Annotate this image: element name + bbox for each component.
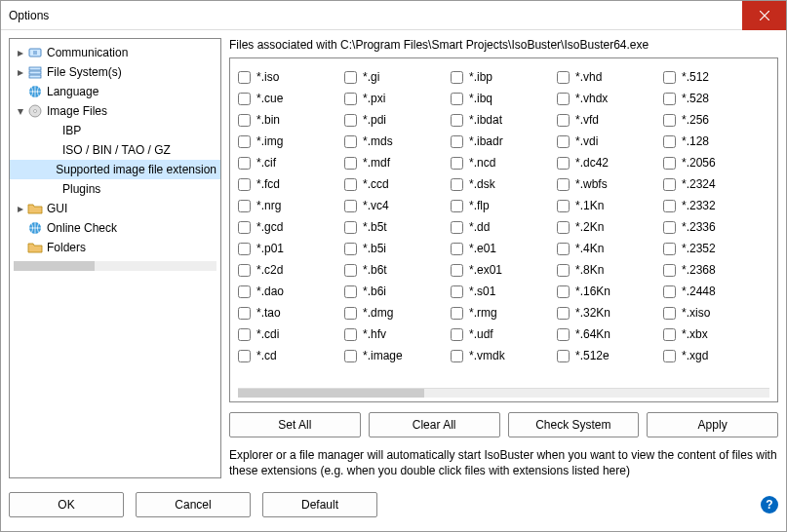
ext-item[interactable]: *.16Kn: [557, 281, 663, 302]
ext-checkbox[interactable]: [238, 285, 251, 298]
tree-item-online-check[interactable]: Online Check: [10, 218, 220, 238]
ext-checkbox[interactable]: [344, 243, 357, 255]
ext-item[interactable]: *.c2d: [238, 259, 344, 281]
ext-item[interactable]: *.vfd: [557, 109, 663, 131]
tree-item-folders[interactable]: Folders: [10, 238, 220, 257]
tree-toggle-icon[interactable]: ▸: [14, 202, 27, 215]
ext-checkbox[interactable]: [451, 328, 463, 341]
clear-all-button[interactable]: Clear All: [369, 412, 500, 437]
apply-button[interactable]: Apply: [647, 412, 778, 437]
ext-item[interactable]: *.vhd: [557, 66, 663, 88]
ext-checkbox[interactable]: [557, 285, 570, 298]
ext-checkbox[interactable]: [451, 71, 463, 84]
ext-checkbox[interactable]: [451, 178, 463, 191]
ext-checkbox[interactable]: [238, 114, 251, 127]
tree-item-file-system-s[interactable]: ▸File System(s): [10, 62, 220, 82]
ext-item[interactable]: *.dao: [238, 281, 344, 302]
tree-item-plugins[interactable]: Plugins: [10, 179, 220, 199]
ext-item[interactable]: *.b5i: [344, 238, 451, 259]
ext-item[interactable]: *.64Kn: [557, 323, 663, 345]
ext-checkbox[interactable]: [663, 350, 676, 362]
ext-checkbox[interactable]: [557, 221, 570, 234]
ext-checkbox[interactable]: [663, 200, 676, 212]
ext-checkbox[interactable]: [663, 221, 676, 234]
ext-checkbox[interactable]: [663, 264, 676, 277]
ext-checkbox[interactable]: [557, 243, 570, 255]
ext-item[interactable]: *.image: [344, 345, 451, 366]
ext-item[interactable]: *.ibq: [451, 88, 557, 109]
ext-checkbox[interactable]: [451, 200, 463, 212]
ext-item[interactable]: *.xiso: [663, 302, 769, 323]
cancel-button[interactable]: Cancel: [136, 492, 251, 517]
ext-item[interactable]: *.cue: [238, 88, 344, 109]
ext-checkbox[interactable]: [557, 178, 570, 191]
ext-checkbox[interactable]: [344, 307, 357, 320]
ext-item[interactable]: *.p01: [238, 238, 344, 259]
ext-item[interactable]: *.gi: [344, 66, 451, 88]
check-system-button[interactable]: Check System: [508, 412, 640, 437]
ext-item[interactable]: *.pxi: [344, 88, 451, 109]
ext-checkbox[interactable]: [451, 93, 463, 105]
ext-checkbox[interactable]: [344, 157, 357, 170]
tree-item-gui[interactable]: ▸GUI: [10, 199, 220, 218]
ext-checkbox[interactable]: [557, 350, 570, 362]
ext-checkbox[interactable]: [344, 114, 357, 127]
ext-item[interactable]: *.512e: [557, 345, 663, 366]
ext-checkbox[interactable]: [557, 135, 570, 148]
ext-item[interactable]: *.2324: [663, 173, 769, 195]
ext-checkbox[interactable]: [451, 243, 463, 255]
ext-checkbox[interactable]: [451, 114, 463, 127]
tree-toggle-icon[interactable]: ▸: [14, 65, 27, 79]
ext-item[interactable]: *.tao: [238, 302, 344, 323]
ext-checkbox[interactable]: [238, 243, 251, 255]
ext-checkbox[interactable]: [344, 285, 357, 298]
ext-item[interactable]: *.vdi: [557, 131, 663, 152]
tree-toggle-icon[interactable]: ▸: [14, 46, 27, 59]
ext-checkbox[interactable]: [663, 285, 676, 298]
ext-item[interactable]: *.b6t: [344, 259, 451, 281]
ext-item[interactable]: *.dsk: [451, 173, 557, 195]
ext-item[interactable]: *.ccd: [344, 173, 451, 195]
ext-checkbox[interactable]: [451, 221, 463, 234]
ext-item[interactable]: *.udf: [451, 323, 557, 345]
default-button[interactable]: Default: [262, 492, 377, 517]
ext-checkbox[interactable]: [451, 157, 463, 170]
extensions-hscroll[interactable]: [238, 388, 769, 398]
ext-item[interactable]: *.2Kn: [557, 216, 663, 238]
ext-item[interactable]: *.ex01: [451, 259, 557, 281]
ext-item[interactable]: *.2056: [663, 152, 769, 173]
ext-item[interactable]: *.fcd: [238, 173, 344, 195]
tree-toggle-icon[interactable]: ▾: [14, 104, 27, 118]
ext-item[interactable]: *.ibadr: [451, 131, 557, 152]
ext-checkbox[interactable]: [344, 350, 357, 362]
ext-item[interactable]: *.xgd: [663, 345, 769, 366]
ext-checkbox[interactable]: [344, 264, 357, 277]
ext-item[interactable]: *.xbx: [663, 323, 769, 345]
ext-checkbox[interactable]: [663, 157, 676, 170]
ext-checkbox[interactable]: [557, 71, 570, 84]
ext-item[interactable]: *.hfv: [344, 323, 451, 345]
ext-checkbox[interactable]: [663, 243, 676, 255]
ext-checkbox[interactable]: [238, 307, 251, 320]
ext-checkbox[interactable]: [663, 307, 676, 320]
tree-item-supported-image-file-extension[interactable]: Supported image file extension: [10, 160, 220, 179]
ext-item[interactable]: *.img: [238, 131, 344, 152]
ext-item[interactable]: *.128: [663, 131, 769, 152]
ext-item[interactable]: *.512: [663, 66, 769, 88]
ext-checkbox[interactable]: [557, 328, 570, 341]
ext-item[interactable]: *.ibp: [451, 66, 557, 88]
ext-item[interactable]: *.rmg: [451, 302, 557, 323]
ext-item[interactable]: *.nrg: [238, 195, 344, 216]
ext-checkbox[interactable]: [344, 221, 357, 234]
sidebar-hscroll[interactable]: [14, 261, 216, 271]
ext-item[interactable]: *.dd: [451, 216, 557, 238]
close-button[interactable]: [742, 1, 786, 30]
tree-item-iso-bin-tao-gz[interactable]: ISO / BIN / TAO / GZ: [10, 140, 220, 160]
ext-checkbox[interactable]: [557, 93, 570, 105]
set-all-button[interactable]: Set All: [229, 412, 361, 437]
ext-item[interactable]: *.cif: [238, 152, 344, 173]
ext-checkbox[interactable]: [344, 328, 357, 341]
ext-checkbox[interactable]: [557, 264, 570, 277]
ext-item[interactable]: *.256: [663, 109, 769, 131]
ext-item[interactable]: *.wbfs: [557, 173, 663, 195]
